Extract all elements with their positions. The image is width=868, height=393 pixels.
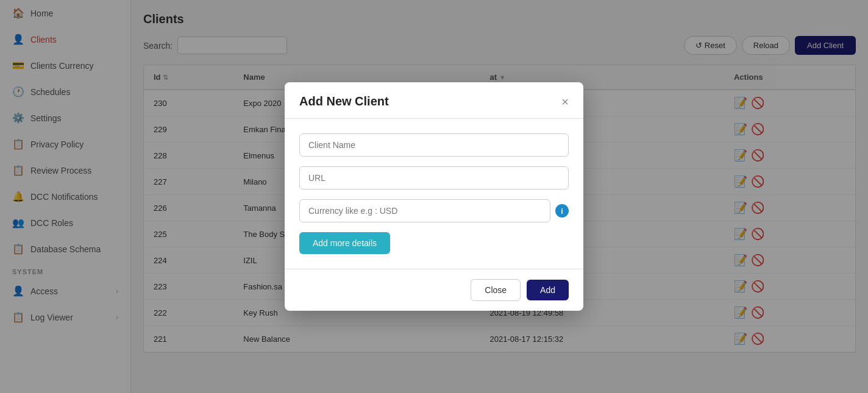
modal-close-button[interactable]: × (561, 96, 569, 108)
add-more-details-button[interactable]: Add more details (299, 232, 390, 254)
modal-title: Add New Client (299, 94, 389, 108)
info-icon[interactable]: i (555, 204, 569, 218)
add-button[interactable]: Add (527, 280, 569, 300)
add-client-modal: Add New Client × i Add more details Clos… (285, 82, 583, 311)
currency-input[interactable] (299, 199, 550, 222)
modal-footer: Close Add (285, 269, 583, 311)
modal-overlay[interactable]: Add New Client × i Add more details Clos… (0, 0, 868, 393)
close-button[interactable]: Close (471, 279, 521, 301)
url-input[interactable] (299, 166, 569, 189)
modal-header: Add New Client × (285, 82, 583, 119)
client-name-input[interactable] (299, 133, 569, 157)
modal-body: i Add more details (285, 119, 583, 269)
currency-row: i (299, 199, 569, 222)
